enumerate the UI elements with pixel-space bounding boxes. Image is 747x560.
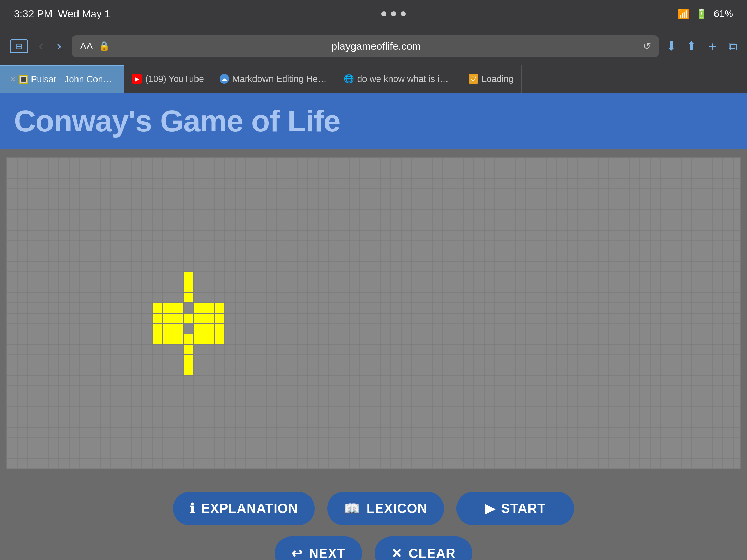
grid-container[interactable] bbox=[6, 157, 741, 469]
game-canvas[interactable] bbox=[7, 158, 741, 469]
tab-close-icon[interactable]: ✕ bbox=[10, 75, 16, 84]
tab-label-loading: Loading bbox=[482, 74, 514, 84]
tab-label-google: do we know what is insi... bbox=[357, 74, 453, 84]
tabs-icon[interactable]: ⧉ bbox=[728, 39, 737, 54]
controls-row2: ↩ NEXT ✕ CLEAR bbox=[275, 536, 472, 560]
tab-bar: ✕ 🔳 Pulsar - John Conway's... ▶ (109) Yo… bbox=[0, 65, 747, 93]
share-icon[interactable]: ⬆ bbox=[686, 39, 697, 54]
tab-youtube[interactable]: ▶ (109) YouTube bbox=[124, 65, 212, 93]
forward-button[interactable]: › bbox=[54, 39, 65, 54]
page-header: Conway's Game of Life bbox=[0, 93, 747, 149]
status-bar: 3:32 PM Wed May 1 📶 🔋 61% bbox=[0, 0, 747, 28]
info-icon: ℹ bbox=[190, 501, 195, 516]
status-left: 3:32 PM Wed May 1 bbox=[14, 8, 110, 20]
clear-label: CLEAR bbox=[409, 546, 456, 560]
status-right: 📶 🔋 61% bbox=[677, 8, 733, 20]
wifi-icon: 📶 bbox=[677, 8, 689, 20]
clear-icon: ✕ bbox=[391, 546, 403, 560]
url-text[interactable]: playgameoflife.com bbox=[114, 40, 639, 52]
status-day: Wed May 1 bbox=[58, 8, 110, 20]
next-icon: ↩ bbox=[291, 546, 303, 560]
controls: ℹ EXPLANATION 📖 LEXICON ▶ START ↩ NEXT ✕… bbox=[0, 478, 747, 560]
lexicon-button[interactable]: 📖 LEXICON bbox=[327, 492, 444, 525]
next-button[interactable]: ↩ NEXT bbox=[275, 536, 362, 560]
back-button[interactable]: ‹ bbox=[35, 39, 47, 54]
tab-label-pulsar: Pulsar - John Conway's... bbox=[31, 74, 117, 85]
tab-favicon-pulsar: 🔳 bbox=[19, 75, 28, 84]
tab-favicon-youtube: ▶ bbox=[132, 74, 142, 84]
status-time: 3:32 PM bbox=[14, 8, 53, 20]
sidebar-toggle-icon[interactable]: ⊞ bbox=[10, 39, 28, 53]
clear-button[interactable]: ✕ CLEAR bbox=[375, 536, 472, 560]
explanation-label: EXPLANATION bbox=[201, 501, 298, 516]
nav-icons: ⬇ ⬆ ＋ ⧉ bbox=[666, 38, 737, 55]
play-icon: ▶ bbox=[485, 501, 495, 516]
status-center bbox=[381, 11, 406, 16]
battery-icon: 🔋 bbox=[695, 8, 708, 20]
tab-pulsar[interactable]: ✕ 🔳 Pulsar - John Conway's... bbox=[0, 65, 124, 93]
tab-markdown[interactable]: ☁ Markdown Editing Help... bbox=[212, 65, 336, 93]
tab-favicon-loading: 🛡 bbox=[469, 74, 478, 84]
tab-google[interactable]: 🌐 do we know what is insi... bbox=[336, 65, 461, 93]
reload-icon[interactable]: ↺ bbox=[643, 40, 651, 52]
next-label: NEXT bbox=[309, 546, 345, 560]
page-title: Conway's Game of Life bbox=[14, 103, 340, 139]
text-size-button[interactable]: AA bbox=[80, 41, 93, 52]
lexicon-label: LEXICON bbox=[367, 501, 427, 516]
start-button[interactable]: ▶ START bbox=[456, 492, 574, 525]
explanation-button[interactable]: ℹ EXPLANATION bbox=[173, 492, 315, 525]
lock-icon: 🔒 bbox=[99, 41, 110, 52]
battery-percent: 61% bbox=[714, 8, 733, 19]
download-icon[interactable]: ⬇ bbox=[666, 39, 676, 54]
nav-bar: ⊞ ‹ › AA 🔒 playgameoflife.com ↺ ⬇ ⬆ ＋ ⧉ bbox=[0, 28, 747, 65]
tab-favicon-google: 🌐 bbox=[344, 74, 354, 84]
address-bar[interactable]: AA 🔒 playgameoflife.com ↺ bbox=[72, 35, 659, 57]
tab-label-markdown: Markdown Editing Help... bbox=[232, 74, 329, 84]
add-tab-icon[interactable]: ＋ bbox=[706, 38, 719, 55]
book-icon: 📖 bbox=[344, 501, 360, 516]
tab-loading[interactable]: 🛡 Loading bbox=[461, 65, 522, 93]
tab-label-youtube: (109) YouTube bbox=[145, 74, 204, 84]
game-area bbox=[0, 157, 747, 469]
start-label: START bbox=[501, 501, 546, 516]
tab-favicon-markdown: ☁ bbox=[220, 74, 229, 84]
controls-row1: ℹ EXPLANATION 📖 LEXICON ▶ START bbox=[173, 492, 574, 525]
